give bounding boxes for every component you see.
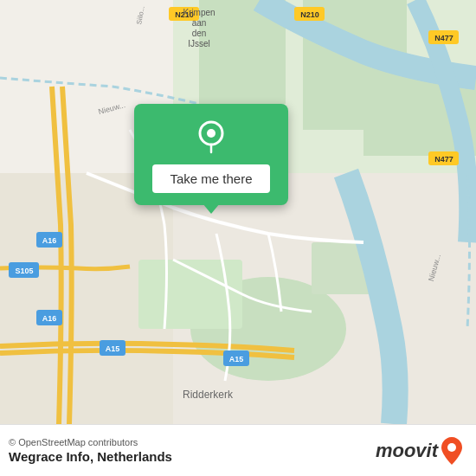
svg-text:N477: N477 [434,34,453,42]
moovit-text: moovit [376,440,438,462]
svg-text:A15: A15 [106,344,120,353]
take-me-there-button[interactable]: Take me there [152,164,269,193]
svg-text:S105: S105 [15,267,33,275]
osm-attribution: © OpenStreetMap contributors [9,437,172,447]
svg-point-38 [447,443,456,452]
svg-text:A16: A16 [42,314,57,323]
map-view: A16 A16 A15 A15 S105 N210 N210 N477 N477… [0,0,476,424]
location-popup: Take me there [134,104,288,205]
svg-text:aan: aan [192,18,207,28]
moovit-pin-icon [440,435,464,466]
svg-text:IJssel: IJssel [188,39,210,48]
footer-info: © OpenStreetMap contributors Wegrace Inf… [9,437,172,464]
svg-text:den: den [192,29,207,38]
svg-text:Krimpen: Krimpen [183,8,215,17]
svg-point-37 [207,129,215,138]
footer: © OpenStreetMap contributors Wegrace Inf… [0,424,476,476]
app-title: Wegrace Info, Netherlands [9,449,172,464]
svg-text:A15: A15 [229,355,244,363]
svg-text:Ridderkerk: Ridderkerk [183,389,234,401]
svg-text:N477: N477 [434,155,453,164]
location-pin-icon [194,119,228,154]
svg-text:N210: N210 [300,10,319,19]
moovit-logo: moovit [376,435,464,466]
svg-text:A16: A16 [42,236,57,245]
map-svg: A16 A16 A15 A15 S105 N210 N210 N477 N477… [0,0,476,424]
